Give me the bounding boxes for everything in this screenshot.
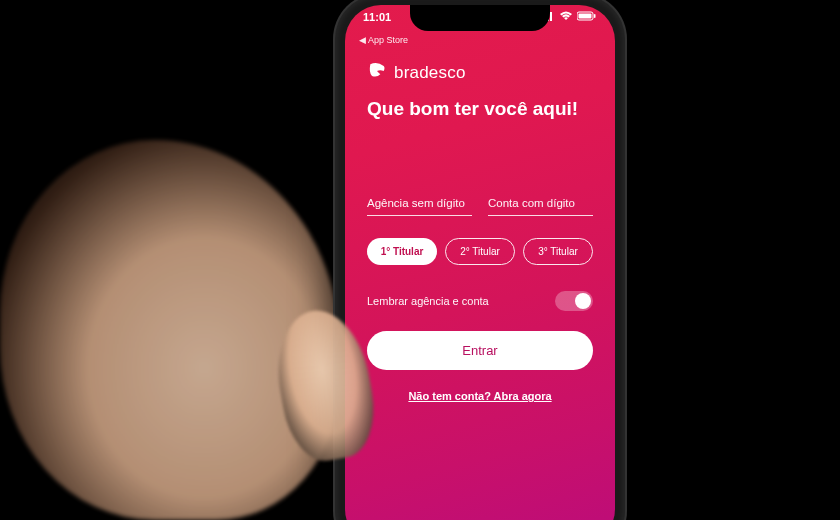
status-time: 11:01: [363, 11, 391, 23]
remember-toggle[interactable]: [555, 291, 593, 311]
back-to-appstore[interactable]: ◀ App Store: [359, 35, 408, 45]
svg-rect-3: [550, 12, 552, 21]
brand-name: bradesco: [394, 63, 466, 83]
titular-2-button[interactable]: 2° Titular: [445, 238, 515, 265]
svg-rect-5: [579, 14, 592, 19]
phone-frame: 11:01 ◀ App Store: [335, 0, 625, 520]
titular-selector: 1° Titular 2° Titular 3° Titular: [367, 238, 593, 265]
credential-fields: Agência sem dígito Conta com dígito: [367, 191, 593, 216]
titular-3-button[interactable]: 3° Titular: [523, 238, 593, 265]
remember-label: Lembrar agência e conta: [367, 295, 489, 307]
svg-rect-6: [594, 14, 596, 18]
wifi-icon: [559, 11, 573, 23]
titular-1-button[interactable]: 1° Titular: [367, 238, 437, 265]
chevron-left-icon: ◀: [359, 35, 366, 45]
conta-input[interactable]: Conta com dígito: [488, 191, 593, 216]
login-button[interactable]: Entrar: [367, 331, 593, 370]
brand-row: bradesco: [367, 61, 593, 85]
app-screen: 11:01 ◀ App Store: [345, 5, 615, 520]
phone-notch: [410, 5, 550, 31]
agencia-input[interactable]: Agência sem dígito: [367, 191, 472, 216]
photo-scene: 11:01 ◀ App Store: [0, 0, 840, 520]
remember-row: Lembrar agência e conta: [367, 291, 593, 311]
battery-icon: [577, 11, 597, 23]
signup-link[interactable]: Não tem conta? Abra agora: [367, 390, 593, 402]
login-content: bradesco Que bom ter você aqui! Agência …: [345, 5, 615, 402]
bradesco-logo-icon: [367, 61, 387, 85]
toggle-knob: [575, 293, 591, 309]
welcome-headline: Que bom ter você aqui!: [367, 97, 593, 121]
